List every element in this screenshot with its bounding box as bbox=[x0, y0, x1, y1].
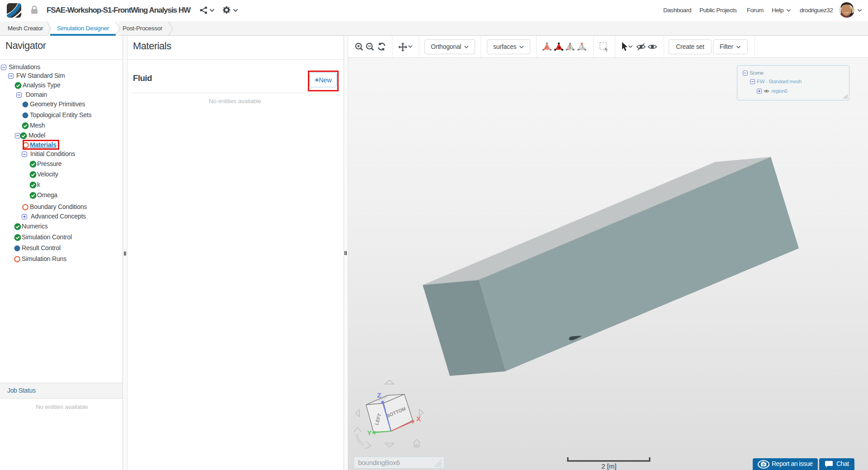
svg-text:X: X bbox=[416, 415, 421, 423]
svg-text:2 [m]: 2 [m] bbox=[601, 462, 616, 470]
svg-text:Z: Z bbox=[377, 391, 381, 399]
svg-text:Y: Y bbox=[367, 429, 372, 437]
